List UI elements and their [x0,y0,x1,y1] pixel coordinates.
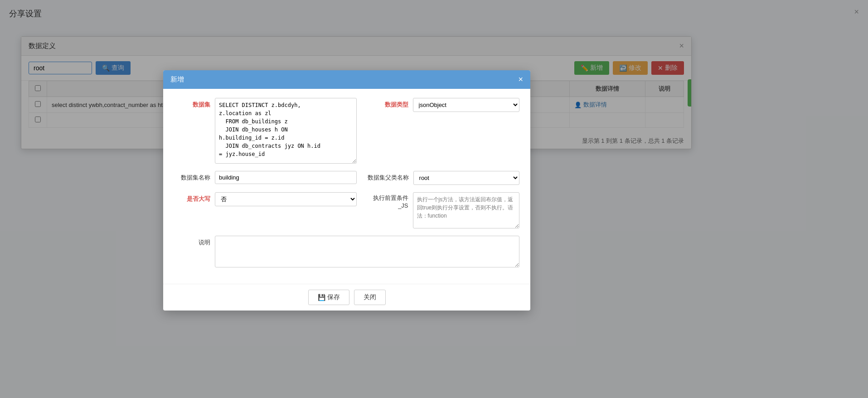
dataset-type-select[interactable]: jsonObject jsonArray string number [413,98,519,112]
close-dialog-button[interactable]: 关闭 [354,290,386,305]
uppercase-select[interactable]: 否 是 [215,192,357,206]
dataset-name-input[interactable] [215,171,357,184]
form-group-description: 说明 [174,236,519,267]
page-background: 分享设置 × 数据定义 × 🔍 查询 ✏️ 新增 ↩️ 修改 [0,0,868,398]
parent-name-select[interactable]: root building [413,171,519,185]
form-group-dataset-name: 数据集名称 [174,171,357,184]
description-textarea[interactable] [215,236,519,267]
dataset-label: 数据集 [174,98,210,109]
form-row-4: 说明 [174,236,519,267]
inner-modal-header: 新增 × [163,70,530,89]
dataset-textarea[interactable]: SELECT DISTINCT z.bdcdyh, z.location as … [215,98,357,164]
precondition-textarea[interactable] [413,192,519,228]
form-row-3: 是否大写 否 是 执行前置条件 _JS [174,192,519,228]
save-button[interactable]: 💾 保存 [308,290,349,305]
form-row-2: 数据集名称 数据集父类名称 root building [174,171,519,185]
form-group-dataset: 数据集 SELECT DISTINCT z.bdcdyh, z.location… [174,98,357,164]
inner-modal-footer: 💾 保存 关闭 [163,284,530,311]
description-label: 说明 [174,236,210,247]
uppercase-label: 是否大写 [174,192,210,203]
form-group-parent-name: 数据集父类名称 root building [368,171,519,185]
inner-modal-close-icon[interactable]: × [518,75,523,84]
inner-modal-body: 数据集 SELECT DISTINCT z.bdcdyh, z.location… [163,89,530,284]
inner-modal: 新增 × 数据集 SELECT DISTINCT z.bdcdyh, z.loc… [163,70,530,311]
dataset-type-label: 数据类型 [368,98,408,109]
save-icon: 💾 [318,294,325,301]
precondition-label: 执行前置条件 _JS [368,192,408,209]
form-row-1: 数据集 SELECT DISTINCT z.bdcdyh, z.location… [174,98,519,164]
parent-name-label: 数据集父类名称 [368,171,409,182]
dataset-name-label: 数据集名称 [174,171,210,182]
form-group-uppercase: 是否大写 否 是 [174,192,357,206]
form-group-dataset-type: 数据类型 jsonObject jsonArray string number [368,98,519,112]
form-group-precondition: 执行前置条件 _JS [368,192,519,228]
inner-modal-title: 新增 [170,75,184,84]
